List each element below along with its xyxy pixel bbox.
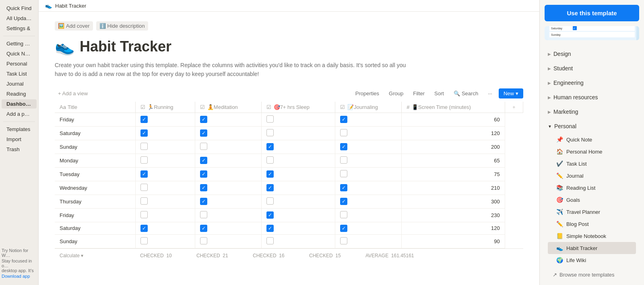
checkbox-checked[interactable]: ✓ <box>340 184 347 191</box>
sort-button[interactable]: Sort <box>431 89 447 98</box>
checkbox-checked[interactable]: ✓ <box>266 184 274 191</box>
checkbox-unchecked[interactable] <box>340 156 347 164</box>
table-row[interactable]: Monday✓65 <box>55 154 523 167</box>
sidebar-item-journal[interactable]: Journal <box>2 79 37 88</box>
checkbox-unchecked[interactable] <box>200 143 207 150</box>
footer-calculate[interactable]: Calculate ▾ <box>55 251 135 260</box>
sidebar-item-quick-find[interactable]: Quick Find <box>2 4 37 13</box>
category-student[interactable]: ▶ Student <box>545 61 639 76</box>
cell-meditation[interactable] <box>195 234 262 248</box>
checkbox-unchecked[interactable] <box>200 237 207 244</box>
sidebar-item-all-updates[interactable]: All Updates <box>2 14 37 23</box>
subitem-reading-list[interactable]: 📚 Reading List <box>548 182 636 194</box>
sidebar-item-personal[interactable]: Personal <box>2 59 37 68</box>
cell-journaling[interactable] <box>335 167 402 181</box>
checkbox-checked[interactable]: ✓ <box>200 198 207 205</box>
cell-meditation[interactable]: ✓ <box>195 167 262 181</box>
subitem-task-list[interactable]: ✔️ Task List <box>548 158 636 170</box>
sidebar-item-templates[interactable]: Templates <box>2 125 37 134</box>
subitem-personal-home[interactable]: 🏠 Personal Home <box>548 146 636 158</box>
cell-journaling[interactable]: ✓ <box>335 181 402 195</box>
checkbox-checked[interactable]: ✓ <box>200 116 207 123</box>
cell-running[interactable] <box>135 181 195 195</box>
sidebar-item-task-list[interactable]: Task List <box>2 69 37 78</box>
cell-journaling[interactable] <box>335 234 402 248</box>
checkbox-checked[interactable]: ✓ <box>200 157 207 164</box>
subitem-journal[interactable]: ✏️ Journal <box>548 170 636 182</box>
checkbox-checked[interactable]: ✓ <box>340 143 347 150</box>
sidebar-item-getting-started[interactable]: Getting S… <box>2 39 37 48</box>
subitem-life-wiki[interactable]: 🌍 Life Wiki <box>548 254 636 266</box>
cell-sleep[interactable]: ✓ <box>262 140 335 154</box>
cell-journaling[interactable]: ✓ <box>335 222 402 234</box>
cell-meditation[interactable]: ✓ <box>195 154 262 167</box>
checkbox-checked[interactable]: ✓ <box>200 225 207 232</box>
sidebar-item-dashboard[interactable]: Dashbo… <box>2 99 37 109</box>
table-row[interactable]: Saturday✓✓✓✓120 <box>55 222 523 234</box>
cell-journaling[interactable]: ✓ <box>335 195 402 208</box>
add-column-button[interactable]: + <box>505 102 523 113</box>
table-row[interactable]: Thursday✓✓300 <box>55 195 523 208</box>
subitem-habit-tracker[interactable]: 👟 Habit Tracker <box>548 242 636 254</box>
db-add-view-button[interactable]: + Add a view <box>55 89 91 98</box>
checkbox-unchecked[interactable] <box>266 129 274 136</box>
sidebar-download-app[interactable]: Download app <box>2 274 37 279</box>
add-cover-button[interactable]: 🖼️ Add cover <box>55 21 93 31</box>
checkbox-unchecked[interactable] <box>266 197 274 205</box>
checkbox-unchecked[interactable] <box>340 170 347 177</box>
table-row[interactable]: Wednesday✓✓✓210 <box>55 181 523 195</box>
new-button[interactable]: New ▾ <box>499 88 523 98</box>
cell-journaling[interactable] <box>335 208 402 222</box>
sidebar-item-import[interactable]: Import <box>2 135 37 144</box>
sidebar-item-trash[interactable]: Trash <box>2 145 37 154</box>
category-design[interactable]: ▶ Design <box>545 47 639 61</box>
checkbox-checked[interactable]: ✓ <box>266 170 274 178</box>
cell-sleep[interactable]: ✓ <box>262 208 335 222</box>
checkbox-checked[interactable]: ✓ <box>266 225 274 232</box>
checkbox-checked[interactable]: ✓ <box>340 198 347 205</box>
search-button[interactable]: 🔍 Search <box>450 89 481 98</box>
cell-running[interactable]: ✓ <box>135 113 195 126</box>
cell-meditation[interactable]: ✓ <box>195 222 262 234</box>
cell-running[interactable]: ✓ <box>135 167 195 181</box>
cell-sleep[interactable] <box>262 195 335 208</box>
table-row[interactable]: Friday✓230 <box>55 208 523 222</box>
browse-more-link[interactable]: ↗ Browse more templates <box>545 268 639 282</box>
cell-running[interactable] <box>135 234 195 248</box>
cell-running[interactable]: ✓ <box>135 126 195 140</box>
use-template-button[interactable]: Use this template <box>545 5 639 21</box>
sidebar-item-quick-note[interactable]: Quick N… <box>2 49 37 58</box>
checkbox-unchecked[interactable] <box>140 143 148 150</box>
checkbox-checked[interactable]: ✓ <box>200 129 207 137</box>
cell-sleep[interactable] <box>262 234 335 248</box>
checkbox-checked[interactable]: ✓ <box>200 170 207 178</box>
cell-journaling[interactable] <box>335 154 402 167</box>
checkbox-unchecked[interactable] <box>200 211 207 218</box>
checkbox-checked[interactable]: ✓ <box>200 184 207 191</box>
checkbox-unchecked[interactable] <box>140 211 148 218</box>
checkbox-unchecked[interactable] <box>140 156 148 164</box>
cell-meditation[interactable]: ✓ <box>195 195 262 208</box>
cell-meditation[interactable] <box>195 140 262 154</box>
sidebar-item-settings[interactable]: Settings & <box>2 24 37 33</box>
cell-meditation[interactable]: ✓ <box>195 113 262 126</box>
subitem-quick-note[interactable]: 📌 Quick Note <box>548 133 636 146</box>
checkbox-unchecked[interactable] <box>266 237 274 244</box>
sidebar-item-add-page[interactable]: Add a page <box>2 109 37 119</box>
checkbox-unchecked[interactable] <box>266 156 274 164</box>
table-row[interactable]: Sunday90 <box>55 234 523 248</box>
checkbox-unchecked[interactable] <box>340 211 347 218</box>
checkbox-checked[interactable]: ✓ <box>340 116 347 123</box>
cell-running[interactable]: ✓ <box>135 222 195 234</box>
checkbox-checked[interactable]: ✓ <box>266 211 274 219</box>
group-button[interactable]: Group <box>386 89 407 98</box>
subitem-goals[interactable]: 🎯 Goals <box>548 194 636 206</box>
checkbox-unchecked[interactable] <box>340 237 347 244</box>
checkbox-unchecked[interactable] <box>140 184 148 191</box>
properties-button[interactable]: Properties <box>352 89 382 98</box>
cell-journaling[interactable]: ✓ <box>335 113 402 126</box>
filter-button[interactable]: Filter <box>410 89 428 98</box>
category-marketing[interactable]: ▶ Marketing <box>545 105 639 119</box>
subitem-travel-planner[interactable]: ✈️ Travel Planner <box>548 206 636 218</box>
checkbox-checked[interactable]: ✓ <box>340 225 347 232</box>
